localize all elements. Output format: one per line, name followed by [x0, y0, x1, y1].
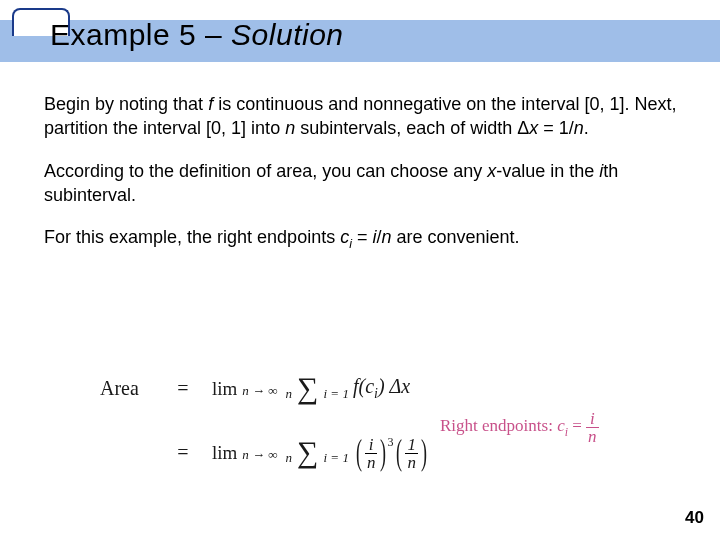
f-of: f — [353, 375, 359, 397]
math-block: Area = lim n → ∞ n ∑ i = 1 f(ci) Δx = li… — [100, 356, 430, 484]
c: c — [365, 375, 374, 397]
right-endpoints-note: Right endpoints: ci = in — [440, 410, 599, 445]
rparen-1: ) — [380, 431, 386, 473]
limit-2: lim n → ∞ — [212, 442, 278, 462]
area-label: Area — [100, 377, 154, 400]
lparen-1: ( — [356, 431, 362, 473]
note-eq: = — [568, 416, 586, 435]
p1-n: n — [285, 118, 295, 138]
c-sub: i — [374, 386, 378, 401]
equals-2: = — [154, 441, 212, 464]
title-solution: Solution — [231, 18, 343, 51]
math-row-2: = lim n → ∞ n ∑ i = 1 (in)3(1n) — [100, 420, 430, 484]
sigma-2: n ∑ i = 1 — [286, 437, 349, 467]
summand-2: (in)3(1n) — [353, 431, 430, 473]
equals-1: = — [154, 377, 212, 400]
p1-t3: subintervals, each of width Δ — [295, 118, 529, 138]
p3-t1: For this example, the right endpoints — [44, 227, 340, 247]
sigma-1: n ∑ i = 1 — [286, 373, 349, 403]
frac-i-n: in — [365, 436, 378, 471]
limit-1: lim n → ∞ — [212, 378, 278, 398]
math-row-1: Area = lim n → ∞ n ∑ i = 1 f(ci) Δx — [100, 356, 430, 420]
p3-eq: = — [352, 227, 373, 247]
lim-sub: n → ∞ — [242, 383, 277, 398]
note-num: i — [586, 410, 599, 427]
p3-t4: are convenient. — [392, 227, 520, 247]
p2-t1: According to the definition of area, you… — [44, 161, 487, 181]
slide-title: Example 5 – Solution — [50, 18, 344, 52]
sigma-symbol: ∑ — [297, 371, 318, 404]
summand-1: f(ci) Δx — [353, 375, 410, 402]
title-prefix: Example 5 – — [50, 18, 231, 51]
lim-text-2: lim — [212, 442, 237, 463]
num-i: i — [365, 436, 378, 453]
body-text: Begin by noting that f is continuous and… — [44, 92, 684, 271]
den-n-2: n — [405, 453, 418, 471]
sigma-bot: i = 1 — [324, 386, 349, 401]
frac-1-n: 1n — [405, 436, 418, 471]
note-c: c — [557, 416, 565, 435]
page-number: 40 — [685, 508, 704, 528]
p1-t5: . — [584, 118, 589, 138]
sigma-top: n — [286, 386, 293, 401]
sigma-top-2: n — [286, 450, 293, 465]
den-n: n — [365, 453, 378, 471]
p1-n2: n — [574, 118, 584, 138]
p2-x: x — [487, 161, 496, 181]
p3-c: c — [340, 227, 349, 247]
paragraph-2: According to the definition of area, you… — [44, 159, 684, 208]
lim-text: lim — [212, 378, 237, 399]
p2-t2: -value in the — [496, 161, 599, 181]
num-1: 1 — [405, 436, 418, 453]
cube-exp: 3 — [387, 435, 393, 449]
sigma-bot-2: i = 1 — [324, 450, 349, 465]
delta-x: Δx — [385, 375, 411, 397]
p1-t4: = 1/ — [538, 118, 574, 138]
rparen-2: ) — [421, 431, 427, 473]
lim-sub-2: n → ∞ — [242, 447, 277, 462]
paragraph-1: Begin by noting that f is continuous and… — [44, 92, 684, 141]
p1-t1: Begin by noting that — [44, 94, 208, 114]
paragraph-3: For this example, the right endpoints ci… — [44, 225, 684, 253]
sigma-symbol-2: ∑ — [297, 435, 318, 468]
note-den: n — [586, 427, 599, 445]
p1-x: x — [529, 118, 538, 138]
note-label: Right endpoints: — [440, 416, 557, 435]
p3-n: n — [382, 227, 392, 247]
lparen-2: ( — [396, 431, 402, 473]
note-frac: in — [586, 410, 599, 445]
